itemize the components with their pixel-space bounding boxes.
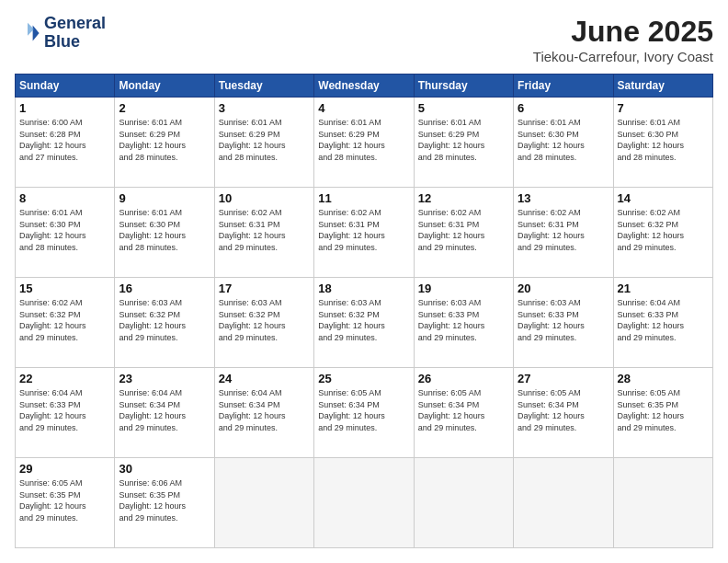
calendar-week-row: 1Sunrise: 6:00 AM Sunset: 6:28 PM Daylig… — [16, 98, 713, 188]
logo-icon — [15, 20, 40, 46]
day-number: 16 — [119, 282, 210, 295]
table-row: 14Sunrise: 6:02 AM Sunset: 6:32 PM Dayli… — [613, 188, 712, 278]
col-monday: Monday — [115, 75, 214, 98]
table-row: 16Sunrise: 6:03 AM Sunset: 6:32 PM Dayli… — [115, 278, 214, 368]
table-row: 12Sunrise: 6:02 AM Sunset: 6:31 PM Dayli… — [414, 188, 513, 278]
day-info: Sunrise: 6:03 AM Sunset: 6:32 PM Dayligh… — [318, 297, 409, 343]
col-tuesday: Tuesday — [214, 75, 313, 98]
day-info: Sunrise: 6:01 AM Sunset: 6:29 PM Dayligh… — [418, 117, 509, 163]
day-number: 2 — [119, 101, 210, 115]
day-info: Sunrise: 6:04 AM Sunset: 6:34 PM Dayligh… — [219, 387, 310, 433]
day-number: 27 — [518, 372, 609, 385]
day-number: 14 — [618, 191, 709, 205]
col-thursday: Thursday — [414, 75, 513, 98]
table-row: 17Sunrise: 6:03 AM Sunset: 6:32 PM Dayli… — [214, 278, 313, 368]
calendar-week-row: 22Sunrise: 6:04 AM Sunset: 6:33 PM Dayli… — [16, 368, 713, 458]
day-number: 1 — [19, 101, 110, 115]
day-number: 28 — [618, 372, 709, 385]
table-row: 30Sunrise: 6:06 AM Sunset: 6:35 PM Dayli… — [115, 458, 214, 548]
table-row — [214, 458, 313, 548]
day-info: Sunrise: 6:05 AM Sunset: 6:35 PM Dayligh… — [618, 387, 709, 433]
day-info: Sunrise: 6:05 AM Sunset: 6:34 PM Dayligh… — [418, 387, 509, 433]
day-number: 6 — [518, 101, 609, 115]
calendar-week-row: 15Sunrise: 6:02 AM Sunset: 6:32 PM Dayli… — [16, 278, 713, 368]
day-info: Sunrise: 6:05 AM Sunset: 6:34 PM Dayligh… — [518, 387, 609, 433]
table-row — [314, 458, 414, 548]
day-info: Sunrise: 6:03 AM Sunset: 6:32 PM Dayligh… — [119, 297, 210, 343]
logo-line2: Blue — [44, 33, 106, 52]
month-title: June 2025 — [533, 15, 713, 49]
day-info: Sunrise: 6:01 AM Sunset: 6:29 PM Dayligh… — [119, 117, 210, 163]
table-row: 5Sunrise: 6:01 AM Sunset: 6:29 PM Daylig… — [414, 98, 513, 188]
calendar-week-row: 29Sunrise: 6:05 AM Sunset: 6:35 PM Dayli… — [16, 458, 713, 548]
table-row — [613, 458, 712, 548]
table-row: 20Sunrise: 6:03 AM Sunset: 6:33 PM Dayli… — [514, 278, 613, 368]
day-info: Sunrise: 6:01 AM Sunset: 6:30 PM Dayligh… — [618, 117, 709, 163]
col-saturday: Saturday — [613, 75, 712, 98]
table-row: 2Sunrise: 6:01 AM Sunset: 6:29 PM Daylig… — [115, 98, 214, 188]
day-number: 17 — [219, 282, 310, 295]
day-info: Sunrise: 6:01 AM Sunset: 6:29 PM Dayligh… — [318, 117, 409, 163]
day-info: Sunrise: 6:03 AM Sunset: 6:32 PM Dayligh… — [219, 297, 310, 343]
day-info: Sunrise: 6:02 AM Sunset: 6:31 PM Dayligh… — [318, 207, 409, 253]
table-row — [414, 458, 513, 548]
header: General Blue June 2025 Tiekou-Carrefour,… — [15, 15, 713, 64]
day-number: 29 — [19, 462, 110, 476]
day-number: 22 — [19, 372, 110, 385]
day-number: 20 — [518, 282, 609, 295]
logo: General Blue — [15, 15, 106, 52]
day-number: 3 — [219, 101, 310, 115]
page: General Blue June 2025 Tiekou-Carrefour,… — [0, 0, 728, 563]
day-info: Sunrise: 6:06 AM Sunset: 6:35 PM Dayligh… — [119, 477, 210, 523]
table-row: 6Sunrise: 6:01 AM Sunset: 6:30 PM Daylig… — [514, 98, 613, 188]
svg-marker-0 — [33, 25, 40, 40]
day-info: Sunrise: 6:05 AM Sunset: 6:34 PM Dayligh… — [318, 387, 409, 433]
day-info: Sunrise: 6:04 AM Sunset: 6:34 PM Dayligh… — [119, 387, 210, 433]
day-number: 30 — [119, 462, 210, 476]
table-row: 9Sunrise: 6:01 AM Sunset: 6:30 PM Daylig… — [115, 188, 214, 278]
table-row: 24Sunrise: 6:04 AM Sunset: 6:34 PM Dayli… — [214, 368, 313, 458]
table-row — [514, 458, 613, 548]
table-row: 7Sunrise: 6:01 AM Sunset: 6:30 PM Daylig… — [613, 98, 712, 188]
day-number: 24 — [219, 372, 310, 385]
logo-text: General Blue — [44, 15, 106, 52]
table-row: 25Sunrise: 6:05 AM Sunset: 6:34 PM Dayli… — [314, 368, 414, 458]
table-row: 3Sunrise: 6:01 AM Sunset: 6:29 PM Daylig… — [214, 98, 313, 188]
day-info: Sunrise: 6:03 AM Sunset: 6:33 PM Dayligh… — [518, 297, 609, 343]
day-number: 18 — [318, 282, 409, 295]
table-row: 10Sunrise: 6:02 AM Sunset: 6:31 PM Dayli… — [214, 188, 313, 278]
calendar-header-row: Sunday Monday Tuesday Wednesday Thursday… — [16, 75, 713, 98]
table-row: 1Sunrise: 6:00 AM Sunset: 6:28 PM Daylig… — [16, 98, 115, 188]
day-number: 15 — [19, 282, 110, 295]
table-row: 13Sunrise: 6:02 AM Sunset: 6:31 PM Dayli… — [514, 188, 613, 278]
day-number: 13 — [518, 191, 609, 205]
day-info: Sunrise: 6:02 AM Sunset: 6:31 PM Dayligh… — [418, 207, 509, 253]
logo-line1: General — [44, 15, 106, 33]
table-row: 8Sunrise: 6:01 AM Sunset: 6:30 PM Daylig… — [16, 188, 115, 278]
day-info: Sunrise: 6:02 AM Sunset: 6:32 PM Dayligh… — [618, 207, 709, 253]
calendar-week-row: 8Sunrise: 6:01 AM Sunset: 6:30 PM Daylig… — [16, 188, 713, 278]
day-number: 9 — [119, 191, 210, 205]
day-info: Sunrise: 6:04 AM Sunset: 6:33 PM Dayligh… — [19, 387, 110, 433]
day-number: 5 — [418, 101, 509, 115]
table-row: 15Sunrise: 6:02 AM Sunset: 6:32 PM Dayli… — [16, 278, 115, 368]
day-number: 10 — [219, 191, 310, 205]
col-sunday: Sunday — [16, 75, 115, 98]
day-info: Sunrise: 6:01 AM Sunset: 6:29 PM Dayligh… — [219, 117, 310, 163]
table-row: 21Sunrise: 6:04 AM Sunset: 6:33 PM Dayli… — [613, 278, 712, 368]
day-info: Sunrise: 6:01 AM Sunset: 6:30 PM Dayligh… — [19, 207, 110, 253]
day-info: Sunrise: 6:01 AM Sunset: 6:30 PM Dayligh… — [119, 207, 210, 253]
table-row: 27Sunrise: 6:05 AM Sunset: 6:34 PM Dayli… — [514, 368, 613, 458]
col-wednesday: Wednesday — [314, 75, 414, 98]
day-number: 25 — [318, 372, 409, 385]
day-info: Sunrise: 6:00 AM Sunset: 6:28 PM Dayligh… — [19, 117, 110, 163]
day-number: 12 — [418, 191, 509, 205]
table-row: 18Sunrise: 6:03 AM Sunset: 6:32 PM Dayli… — [314, 278, 414, 368]
day-number: 4 — [318, 101, 409, 115]
table-row: 19Sunrise: 6:03 AM Sunset: 6:33 PM Dayli… — [414, 278, 513, 368]
col-friday: Friday — [514, 75, 613, 98]
calendar: Sunday Monday Tuesday Wednesday Thursday… — [15, 74, 713, 548]
location-title: Tiekou-Carrefour, Ivory Coast — [533, 49, 713, 64]
day-info: Sunrise: 6:02 AM Sunset: 6:31 PM Dayligh… — [518, 207, 609, 253]
table-row: 11Sunrise: 6:02 AM Sunset: 6:31 PM Dayli… — [314, 188, 414, 278]
